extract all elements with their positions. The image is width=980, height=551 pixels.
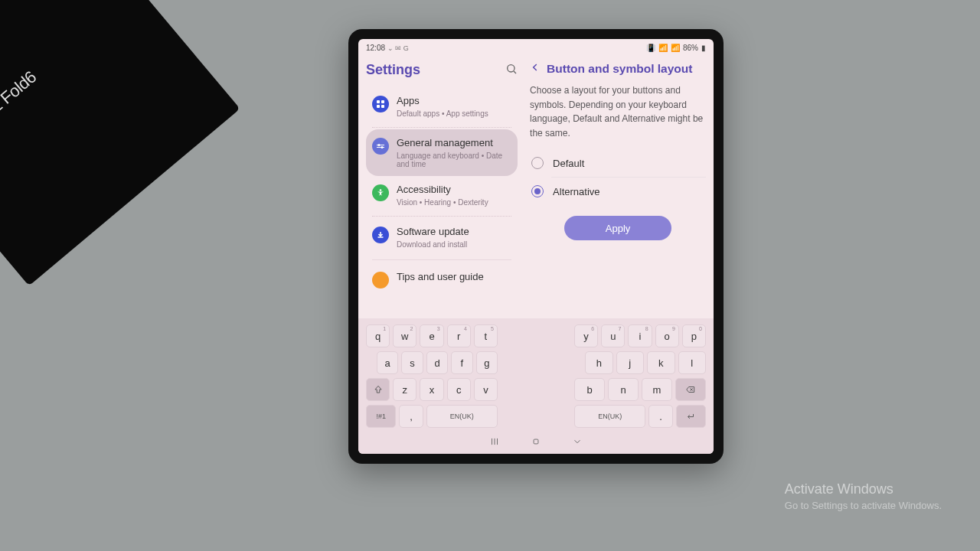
key-f[interactable]: f: [451, 351, 472, 374]
key-l[interactable]: l: [678, 351, 707, 374]
radio-option-alternative[interactable]: Alternative: [530, 178, 706, 205]
key-n[interactable]: n: [608, 378, 639, 401]
vibrate-icon: 📳: [646, 44, 655, 52]
wifi-icon: 📶: [658, 44, 668, 52]
nav-recents[interactable]: [489, 436, 500, 450]
sidebar-item-accessibility[interactable]: Accessibility Vision • Hearing • Dexteri…: [366, 176, 518, 214]
device-screen: 12:08 ⌄ ✉ G 📳 📶 📶 86% ▮ Settings: [358, 39, 714, 454]
key-period[interactable]: .: [648, 405, 672, 428]
detail-pane: Button and symbol layout Choose a layout…: [525, 56, 714, 318]
radio-icon: [531, 185, 544, 197]
nav-keyboard-hide[interactable]: [572, 436, 583, 450]
sidebar-item-label: Apps: [397, 95, 488, 108]
radio-label: Alternative: [553, 186, 599, 197]
svg-rect-16: [534, 439, 538, 444]
search-icon[interactable]: [505, 63, 518, 78]
key-m[interactable]: m: [642, 378, 672, 401]
backdrop-box-brand: Galaxy Z Fold6: [0, 67, 41, 152]
status-bar: 12:08 ⌄ ✉ G 📳 📶 📶 86% ▮: [358, 39, 714, 56]
key-c[interactable]: c: [447, 378, 471, 401]
battery-text: 86%: [683, 44, 698, 52]
key-enter[interactable]: [676, 405, 706, 428]
key-g[interactable]: g: [476, 351, 498, 374]
svg-point-8: [378, 144, 381, 146]
backdrop-box: Galaxy Z Fold6: [0, 0, 240, 286]
sidebar-item-label: General management: [397, 137, 511, 150]
key-q[interactable]: q1: [366, 324, 390, 347]
key-w[interactable]: w2: [393, 324, 416, 347]
radio-option-default[interactable]: Default: [530, 149, 706, 177]
svg-rect-4: [377, 105, 380, 108]
status-right: 📳 📶 📶 86% ▮: [646, 44, 706, 52]
activate-windows-watermark: Activate Windows Go to Settings to activ…: [785, 480, 942, 513]
key-p[interactable]: p0: [682, 324, 706, 347]
sidebar-item-sub: Default apps • App settings: [397, 109, 488, 118]
device-frame: 12:08 ⌄ ✉ G 📳 📶 📶 86% ▮ Settings: [348, 29, 724, 464]
keyboard: q1 w2 e3 r4 t5 a s d f g: [358, 318, 714, 432]
key-r[interactable]: r4: [447, 324, 471, 347]
key-s[interactable]: s: [401, 351, 423, 374]
sidebar-item-sub: Language and keyboard • Date and time: [397, 152, 511, 168]
key-symbols[interactable]: !#1: [366, 405, 396, 428]
key-e[interactable]: e3: [420, 324, 443, 347]
sidebar-item-label: Tips and user guide: [397, 271, 484, 284]
sidebar-item-sub: Vision • Hearing • Dexterity: [397, 198, 488, 207]
key-lang-left[interactable]: EN(UK): [426, 405, 498, 428]
sidebar-item-label: Accessibility: [397, 184, 488, 197]
sidebar-item-tips[interactable]: Tips and user guide: [366, 263, 518, 296]
signal-icon: 📶: [671, 44, 680, 52]
key-k[interactable]: k: [647, 351, 675, 374]
keyboard-right-half: y6 u7 i8 o9 p0 h j k l b n: [574, 324, 706, 428]
update-icon: [372, 227, 389, 243]
key-u[interactable]: u7: [601, 324, 625, 347]
settings-list-pane: Settings Apps Default apps • App setting…: [358, 56, 525, 318]
key-i[interactable]: i8: [628, 324, 652, 347]
accessibility-icon: [372, 184, 389, 201]
apply-button[interactable]: Apply: [564, 216, 671, 240]
watermark-line2: Go to Settings to activate Windows.: [785, 499, 942, 513]
sidebar-item-label: Software update: [397, 226, 469, 239]
battery-icon: ▮: [701, 44, 706, 52]
sidebar-item-apps[interactable]: Apps Default apps • App settings: [366, 87, 518, 126]
general-icon: [372, 138, 389, 155]
keyboard-left-half: q1 w2 e3 r4 t5 a s d f g: [366, 324, 498, 428]
nav-bar: [358, 432, 714, 454]
watermark-line1: Activate Windows: [785, 480, 942, 499]
detail-description: Choose a layout for your buttons and sym…: [530, 83, 706, 140]
sidebar-item-sub: Download and install: [397, 240, 469, 249]
tips-icon: [372, 272, 389, 289]
key-comma[interactable]: ,: [399, 405, 423, 428]
key-backspace[interactable]: [675, 378, 706, 401]
settings-title: Settings: [366, 62, 420, 78]
key-a[interactable]: a: [377, 351, 398, 374]
svg-point-0: [508, 64, 514, 71]
key-b[interactable]: b: [574, 378, 605, 401]
detail-title: Button and symbol layout: [547, 62, 692, 76]
key-x[interactable]: x: [420, 378, 443, 401]
key-h[interactable]: h: [585, 351, 613, 374]
apps-icon: [372, 96, 389, 112]
sidebar-item-general-management[interactable]: General management Language and keyboard…: [366, 129, 518, 176]
svg-line-1: [514, 71, 516, 73]
svg-rect-5: [381, 105, 384, 108]
nav-home[interactable]: [531, 436, 541, 450]
key-v[interactable]: v: [474, 378, 498, 401]
key-lang-right[interactable]: EN(UK): [574, 405, 645, 428]
radio-label: Default: [553, 158, 584, 169]
sidebar-item-software-update[interactable]: Software update Download and install: [366, 218, 518, 256]
radio-icon: [531, 157, 544, 169]
svg-rect-2: [377, 100, 380, 103]
key-z[interactable]: z: [393, 378, 416, 401]
svg-point-9: [381, 146, 384, 148]
status-time: 12:08 ⌄ ✉ G: [366, 44, 409, 52]
back-icon[interactable]: [530, 62, 541, 76]
key-o[interactable]: o9: [655, 324, 679, 347]
key-shift[interactable]: [366, 378, 390, 401]
key-t[interactable]: t5: [474, 324, 498, 347]
svg-rect-3: [381, 100, 384, 103]
key-y[interactable]: y6: [574, 324, 598, 347]
key-d[interactable]: d: [426, 351, 448, 374]
key-j[interactable]: j: [616, 351, 645, 374]
svg-point-10: [380, 189, 382, 191]
